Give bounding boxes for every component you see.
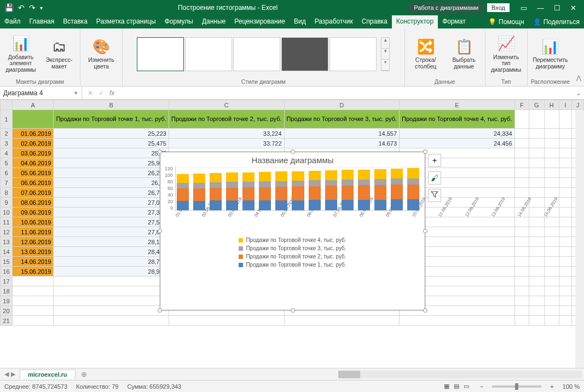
view-switcher[interactable]: ▦▤▭ xyxy=(442,383,471,390)
chart-style-3[interactable] xyxy=(233,37,280,71)
add-sheet-button[interactable]: ⊕ xyxy=(76,370,92,378)
tab-review[interactable]: Рецензирование xyxy=(230,15,290,28)
maximize-icon[interactable]: ☐ xyxy=(554,4,560,12)
ribbon-opts-icon[interactable]: ▭ xyxy=(521,4,527,12)
chart-filter-button[interactable] xyxy=(428,189,441,202)
row-header[interactable]: 12 xyxy=(1,227,13,237)
tab-home[interactable]: Главная xyxy=(25,15,59,28)
resize-handle[interactable] xyxy=(158,308,162,313)
tab-help[interactable]: Справка xyxy=(357,15,392,28)
collapse-ribbon-button[interactable]: ⋀ xyxy=(573,28,584,86)
share-button[interactable]: 👤Поделиться xyxy=(529,15,584,28)
sheet-tab-active[interactable]: microexcel.ru xyxy=(20,370,76,379)
page-layout-view-icon[interactable]: ▤ xyxy=(452,383,461,389)
quick-layout-button[interactable]: 🗂Экспресс-макет xyxy=(42,38,77,70)
tab-nav-prev[interactable]: ◀ xyxy=(4,371,9,378)
tab-formulas[interactable]: Формулы xyxy=(160,15,198,28)
resize-handle[interactable] xyxy=(158,229,162,233)
tell-me[interactable]: 💡Помощн xyxy=(484,15,529,28)
zoom-in-button[interactable]: + xyxy=(550,383,553,390)
close-icon[interactable]: ✕ xyxy=(570,4,576,12)
row-header[interactable]: 15 xyxy=(1,257,13,267)
row-header[interactable]: 6 xyxy=(1,168,13,178)
enter-fx-icon[interactable]: ✓ xyxy=(99,89,104,97)
formula-input[interactable] xyxy=(120,89,573,97)
resize-handle[interactable] xyxy=(423,308,427,313)
embedded-chart[interactable]: Название диаграммы 120100806040200 01.06… xyxy=(160,152,425,310)
row-header[interactable]: 5 xyxy=(1,158,13,168)
vertical-scrollbar[interactable] xyxy=(575,111,584,368)
row-header[interactable]: 17 xyxy=(1,276,13,286)
col-header[interactable]: A xyxy=(12,100,54,110)
row-header[interactable]: 8 xyxy=(1,188,13,198)
tab-view[interactable]: Вид xyxy=(290,15,310,28)
col-header[interactable]: D xyxy=(284,100,400,110)
row-header[interactable]: 20 xyxy=(1,306,13,316)
chart-plot-area[interactable] xyxy=(175,166,420,211)
zoom-out-button[interactable]: − xyxy=(480,383,483,390)
col-header[interactable]: J xyxy=(572,100,584,110)
chart-styles-button[interactable]: 🖌 xyxy=(428,171,441,185)
row-header[interactable]: 13 xyxy=(1,237,13,247)
chart-style-2[interactable] xyxy=(185,37,232,71)
tab-pagelayout[interactable]: Разметка страницы xyxy=(92,15,160,28)
zoom-slider[interactable] xyxy=(492,385,541,388)
tab-insert[interactable]: Вставка xyxy=(59,15,92,28)
undo-icon[interactable]: ↶ xyxy=(18,3,25,12)
switch-row-col-button[interactable]: 🔀Строка/ столбец xyxy=(408,38,443,70)
chart-style-1[interactable] xyxy=(137,37,184,71)
resize-handle[interactable] xyxy=(423,149,427,154)
resize-handle[interactable] xyxy=(291,308,295,313)
change-chart-type-button[interactable]: 📈Изменить тип диаграммы xyxy=(489,35,524,73)
resize-handle[interactable] xyxy=(291,149,295,154)
tab-file[interactable]: Файл xyxy=(0,15,25,28)
cancel-fx-icon[interactable]: ✕ xyxy=(88,89,93,97)
row-header[interactable]: 18 xyxy=(1,286,13,296)
row-header[interactable]: 3 xyxy=(1,139,13,148)
qat-more-icon[interactable]: ▾ xyxy=(40,5,43,11)
tab-design[interactable]: Конструктор xyxy=(392,15,438,28)
tab-format[interactable]: Формат xyxy=(438,15,470,28)
chart-title[interactable]: Название диаграммы xyxy=(160,152,425,166)
gallery-scroll[interactable]: ▲▼▾ xyxy=(381,37,390,71)
col-header[interactable]: E xyxy=(400,100,515,110)
add-chart-element-button[interactable]: 📊Добавить элемент диаграммы xyxy=(3,35,38,73)
move-chart-button[interactable]: 📊Переместить диаграмму xyxy=(533,38,568,70)
resize-handle[interactable] xyxy=(158,149,162,154)
resize-handle[interactable] xyxy=(423,229,427,233)
row-header[interactable]: 10 xyxy=(1,207,13,217)
tab-developer[interactable]: Разработчик xyxy=(310,15,357,28)
row-header[interactable]: 14 xyxy=(1,247,13,257)
namebox-dropdown-icon[interactable]: ▼ xyxy=(73,90,78,96)
name-box[interactable]: Диаграмма 4 ▼ xyxy=(0,87,82,99)
col-header[interactable]: G xyxy=(529,100,544,110)
change-colors-button[interactable]: 🎨Изменить цвета xyxy=(84,38,119,70)
row-header[interactable]: 11 xyxy=(1,217,13,227)
chart-style-4[interactable] xyxy=(281,37,328,71)
row-header[interactable]: 2 xyxy=(1,129,13,139)
redo-icon[interactable]: ↷ xyxy=(29,3,36,12)
chart-legend[interactable]: Продажи по Торговой точке 4, тыс. руб.Пр… xyxy=(160,234,425,271)
chart-style-5[interactable] xyxy=(329,37,377,71)
col-header[interactable]: C xyxy=(169,100,284,110)
chart-elements-button[interactable]: + xyxy=(428,154,441,167)
col-header[interactable]: I xyxy=(559,100,572,110)
row-header[interactable]: 4 xyxy=(1,148,13,158)
fx-icon[interactable]: fx xyxy=(109,89,114,97)
tab-nav-next[interactable]: ▶ xyxy=(11,371,15,378)
chart-styles-gallery[interactable] xyxy=(137,37,377,71)
worksheet-grid[interactable]: ABCDEFGHIJ1Продажи по Торговой точке 1, … xyxy=(0,100,584,368)
minimize-icon[interactable]: — xyxy=(537,4,544,12)
page-break-view-icon[interactable]: ▭ xyxy=(461,383,471,389)
row-header[interactable]: 16 xyxy=(1,267,13,276)
select-all-cell[interactable] xyxy=(1,100,13,110)
row-header[interactable]: 21 xyxy=(1,316,13,326)
row-header[interactable]: 9 xyxy=(1,198,13,207)
select-data-button[interactable]: 📋Выбрать данные xyxy=(447,38,482,70)
col-header[interactable]: H xyxy=(544,100,559,110)
normal-view-icon[interactable]: ▦ xyxy=(442,383,452,389)
horizontal-scrollbar[interactable] xyxy=(338,371,582,378)
save-icon[interactable]: 💾 xyxy=(4,3,14,12)
row-header[interactable]: 19 xyxy=(1,296,13,306)
zoom-level[interactable]: 100 % xyxy=(563,383,580,390)
